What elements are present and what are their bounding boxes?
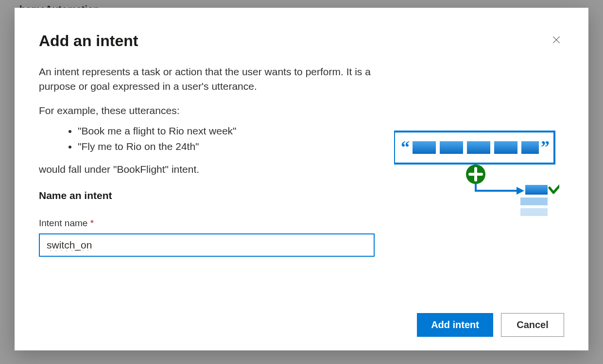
example-utterance: "Book me a flight to Rio next week" [78, 123, 375, 139]
svg-marker-13 [517, 187, 524, 195]
svg-rect-5 [440, 141, 463, 154]
dialog-header: Add an intent [39, 32, 564, 50]
dialog-title: Add an intent [39, 32, 138, 50]
svg-rect-7 [494, 141, 517, 154]
example-intro: For example, these utterances: [39, 105, 375, 116]
close-button[interactable] [549, 32, 564, 48]
intent-illustration-icon: “ ” [394, 130, 559, 232]
add-intent-button[interactable]: Add intent [417, 313, 493, 337]
svg-rect-16 [520, 208, 548, 216]
example-utterance: "Fly me to Rio on the 24th" [78, 139, 375, 155]
svg-text:”: ” [541, 137, 550, 157]
example-utterance-list: "Book me a flight to Rio next week" "Fly… [78, 123, 375, 155]
required-indicator: * [90, 218, 94, 228]
svg-rect-14 [525, 185, 548, 195]
dialog-body: An intent represents a task or action th… [39, 65, 564, 298]
dialog-content: An intent represents a task or action th… [39, 65, 375, 298]
illustration-column: “ ” [389, 65, 564, 298]
svg-rect-4 [413, 141, 436, 154]
svg-rect-15 [520, 198, 548, 205]
intent-name-input[interactable] [39, 233, 375, 257]
close-icon [551, 35, 561, 45]
svg-rect-6 [467, 141, 490, 154]
name-intent-heading: Name an intent [39, 190, 375, 201]
intent-name-label: Intent name * [39, 218, 375, 229]
svg-text:“: “ [401, 137, 410, 157]
example-conclusion: would fall under "BookFlight" intent. [39, 164, 375, 175]
svg-rect-8 [521, 141, 539, 154]
intent-description: An intent represents a task or action th… [39, 65, 375, 94]
dialog-footer: Add intent Cancel [39, 298, 564, 337]
field-label-text: Intent name [39, 218, 87, 228]
cancel-button[interactable]: Cancel [501, 313, 564, 337]
add-intent-dialog: Add an intent An intent represents a tas… [15, 8, 588, 350]
